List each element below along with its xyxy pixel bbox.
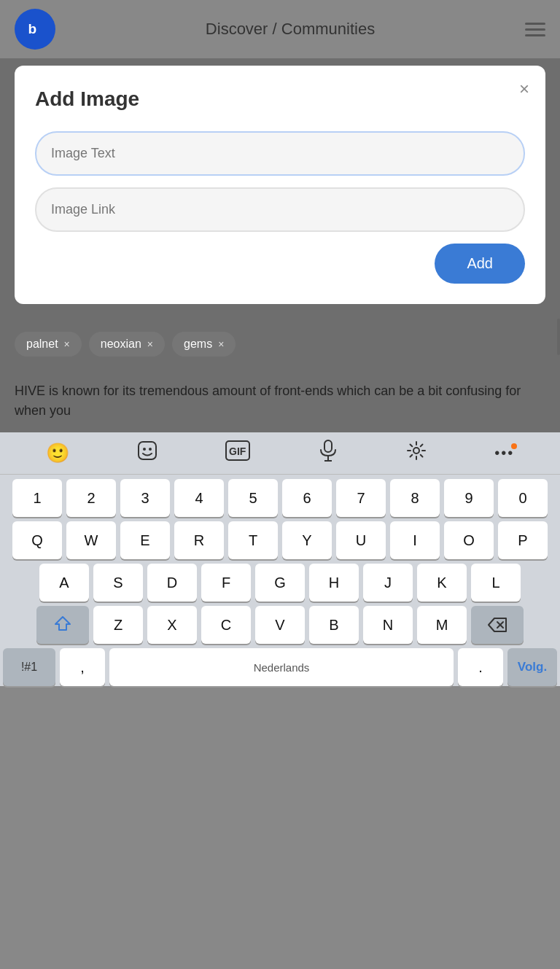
key-6[interactable]: 6 <box>282 479 332 517</box>
header: b Discover / Communities <box>0 0 560 58</box>
hamburger-line-3 <box>525 34 545 36</box>
image-text-input[interactable] <box>35 131 525 176</box>
close-button[interactable]: × <box>519 80 529 98</box>
header-title: Discover / Communities <box>206 20 375 39</box>
emoji-icon[interactable]: 🙂 <box>46 442 69 464</box>
gif-icon[interactable]: GIF <box>225 440 250 466</box>
mic-svg <box>318 440 338 462</box>
key-0[interactable]: 0 <box>498 479 548 517</box>
key-v[interactable]: V <box>255 606 305 644</box>
tag-palnet-remove[interactable]: × <box>64 338 70 350</box>
content-text: HIVE is known for its tremendous amount … <box>15 384 521 418</box>
microphone-icon[interactable] <box>318 440 338 467</box>
key-c[interactable]: C <box>201 606 251 644</box>
shift-key[interactable] <box>36 606 89 644</box>
key-9[interactable]: 9 <box>444 479 494 517</box>
key-w[interactable]: W <box>66 521 116 559</box>
key-a[interactable]: A <box>39 564 89 602</box>
svg-point-2 <box>143 448 146 451</box>
key-h[interactable]: H <box>309 564 359 602</box>
key-f[interactable]: F <box>201 564 251 602</box>
asdf-row: A S D F G H J K L <box>3 564 557 602</box>
zxcv-row: Z X C V B N M <box>3 606 557 644</box>
key-r[interactable]: R <box>174 521 224 559</box>
key-l[interactable]: L <box>471 564 521 602</box>
logo[interactable]: b <box>15 9 55 50</box>
sticker-icon[interactable] <box>137 440 158 466</box>
comma-key[interactable]: , <box>60 648 105 686</box>
tag-palnet[interactable]: palnet × <box>15 332 82 357</box>
tag-gems-label: gems <box>184 338 212 351</box>
key-u[interactable]: U <box>336 521 386 559</box>
key-8[interactable]: 8 <box>390 479 440 517</box>
key-1[interactable]: 1 <box>12 479 62 517</box>
svg-rect-1 <box>139 442 156 459</box>
scrollbar-thumb <box>557 319 560 355</box>
more-icon[interactable]: ••• <box>494 445 514 462</box>
key-d[interactable]: D <box>147 564 197 602</box>
period-key[interactable]: . <box>458 648 503 686</box>
backspace-key[interactable] <box>471 606 524 644</box>
key-5[interactable]: 5 <box>228 479 278 517</box>
hamburger-line-2 <box>525 28 545 31</box>
next-key[interactable]: Volg. <box>508 648 557 686</box>
key-n[interactable]: N <box>363 606 413 644</box>
sticker-svg <box>137 440 158 461</box>
tag-neoxian-label: neoxian <box>101 338 141 351</box>
key-s[interactable]: S <box>93 564 143 602</box>
tag-gems-remove[interactable]: × <box>218 338 224 350</box>
settings-icon[interactable] <box>406 440 427 466</box>
sym-key[interactable]: !#1 <box>3 648 55 686</box>
key-p[interactable]: P <box>498 521 548 559</box>
tag-neoxian-remove[interactable]: × <box>147 338 153 350</box>
svg-text:b: b <box>28 21 36 36</box>
key-z[interactable]: Z <box>93 606 143 644</box>
gif-svg: GIF <box>225 440 250 461</box>
key-2[interactable]: 2 <box>66 479 116 517</box>
content-area: HIVE is known for its tremendous amount … <box>0 370 560 432</box>
key-q[interactable]: Q <box>12 521 62 559</box>
key-e[interactable]: E <box>120 521 170 559</box>
key-k[interactable]: K <box>417 564 467 602</box>
key-i[interactable]: I <box>390 521 440 559</box>
bottom-row: !#1 , Nederlands . Volg. <box>3 648 557 686</box>
key-3[interactable]: 3 <box>120 479 170 517</box>
add-image-modal: Add Image × Add <box>15 66 545 304</box>
keyboard-toolbar: 🙂 GIF ••• <box>0 432 560 475</box>
tags-area: palnet × neoxian × gems × <box>0 319 560 370</box>
key-x[interactable]: X <box>147 606 197 644</box>
svg-marker-10 <box>55 617 70 630</box>
number-row: 1 2 3 4 5 6 7 8 9 0 <box>3 479 557 517</box>
key-m[interactable]: M <box>417 606 467 644</box>
svg-rect-6 <box>324 440 332 452</box>
keyboard: 1 2 3 4 5 6 7 8 9 0 Q W E R T Y U I O P … <box>0 475 560 686</box>
key-t[interactable]: T <box>228 521 278 559</box>
key-o[interactable]: O <box>444 521 494 559</box>
key-j[interactable]: J <box>363 564 413 602</box>
svg-point-9 <box>413 448 419 454</box>
key-g[interactable]: G <box>255 564 305 602</box>
add-button[interactable]: Add <box>435 244 525 284</box>
key-b[interactable]: B <box>309 606 359 644</box>
gear-svg <box>406 440 427 461</box>
image-link-input[interactable] <box>35 187 525 232</box>
svg-text:GIF: GIF <box>229 445 246 457</box>
key-y[interactable]: Y <box>282 521 332 559</box>
modal-backdrop: Add Image × Add <box>0 58 560 319</box>
space-key[interactable]: Nederlands <box>109 648 454 686</box>
hamburger-menu[interactable] <box>525 23 545 36</box>
tag-palnet-label: palnet <box>26 338 58 351</box>
backspace-icon <box>487 617 508 633</box>
svg-point-3 <box>149 448 152 451</box>
modal-title: Add Image <box>35 87 525 111</box>
qwerty-row: Q W E R T Y U I O P <box>3 521 557 559</box>
shift-icon <box>54 615 71 631</box>
key-4[interactable]: 4 <box>174 479 224 517</box>
tag-gems[interactable]: gems × <box>172 332 236 357</box>
key-7[interactable]: 7 <box>336 479 386 517</box>
logo-icon: b <box>23 17 47 41</box>
hamburger-line-1 <box>525 23 545 25</box>
tag-neoxian[interactable]: neoxian × <box>89 332 165 357</box>
